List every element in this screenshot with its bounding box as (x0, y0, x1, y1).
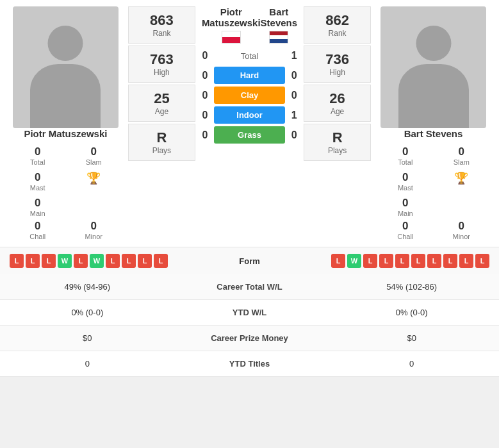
left-minor-label: Minor (65, 233, 121, 240)
right-main-stats: 0 Total 0 Slam 0 Mast 🏆 0 Main (374, 143, 493, 220)
hard-left-score: 0 (199, 70, 211, 81)
left-age-value: 25 (154, 90, 169, 107)
form-badge: L (459, 254, 473, 268)
right-mast-label: Mast (398, 184, 413, 192)
left-player-name: Piotr Matuszewski (24, 128, 107, 139)
clay-right-score: 0 (288, 90, 300, 101)
stats-right-value: 0% (0-0) (324, 300, 499, 326)
right-total-value: 0 (402, 145, 408, 158)
left-flag-container (202, 31, 261, 46)
clay-left-score: 0 (199, 90, 211, 101)
right-rank-label: Rank (329, 29, 347, 38)
right-player-name: Bart Stevens (404, 128, 463, 139)
right-trophy-cell: 🏆 (434, 169, 489, 194)
player-names-row: Piotr Matuszewski Bart Stevens (199, 6, 300, 46)
left-high-box: 763 High (128, 46, 195, 83)
grass-left-score: 0 (199, 129, 211, 141)
right-form-badges: LWLLLLLLLL (282, 254, 490, 268)
right-minor-value: 0 (434, 220, 489, 233)
right-age-value: 26 (329, 90, 345, 107)
stats-center-label: YTD Titles (175, 351, 325, 377)
left-rank-value: 863 (150, 12, 174, 29)
left-high-label: High (154, 68, 170, 77)
form-badge: W (347, 254, 361, 268)
right-age-label: Age (331, 107, 344, 116)
left-player-stats-grid: 0 Total 0 Slam 0 Mast 🏆 0 Main (6, 143, 125, 220)
right-avatar-body (398, 64, 469, 128)
form-badge: L (42, 254, 56, 268)
center-section: Piotr Matuszewski Bart Stevens 0 Total 1 (199, 6, 300, 240)
left-mast-spacer (10, 201, 65, 220)
right-total-label: Total (398, 158, 413, 166)
hard-badge: Hard (214, 67, 285, 84)
total-center-label: Total (214, 51, 285, 61)
right-rank-box: 862 Rank (304, 6, 371, 44)
right-main-stat: 0 Main (377, 194, 433, 220)
stats-row: 0% (0-0) YTD W/L 0% (0-0) (0, 300, 499, 326)
left-total-value: 0 (35, 145, 40, 158)
right-rank-value: 862 (325, 12, 349, 29)
left-name-heading: Piotr Matuszewski (202, 6, 261, 46)
right-plays-label: Plays (328, 146, 347, 155)
form-badge: W (58, 254, 72, 268)
left-chall-stat: 0 Chall (10, 220, 65, 240)
indoor-left-score: 0 (199, 110, 211, 121)
left-flag (222, 31, 241, 44)
right-heading-name: Bart Stevens (261, 6, 298, 28)
right-avatar-head (416, 26, 451, 61)
top-section: Piotr Matuszewski 0 Total 0 Slam 0 Mast … (0, 0, 499, 247)
stats-left-value: 0 (0, 351, 175, 377)
stats-left-value: $0 (0, 326, 175, 351)
left-high-value: 763 (150, 51, 174, 68)
form-badge: L (363, 254, 377, 268)
left-total-label: Total (30, 158, 45, 166)
right-plays-box: R Plays (304, 124, 371, 161)
left-trophy-icon: 🏆 (86, 171, 101, 185)
left-slam-label: Slam (86, 158, 102, 166)
left-bottom-stats: 0 Chall 0 Minor (6, 220, 125, 240)
stats-row: 49% (94-96) Career Total W/L 54% (102-86… (0, 274, 499, 300)
indoor-right-score: 1 (288, 110, 300, 121)
form-badge: L (331, 254, 345, 268)
form-badge: W (90, 254, 104, 268)
hard-row: 0 Hard 0 (199, 67, 300, 84)
right-plays-value: R (332, 129, 343, 146)
form-badge: L (395, 254, 409, 268)
stats-row: 0 YTD Titles 0 (0, 351, 499, 377)
form-badge: L (475, 254, 489, 268)
form-label: Form (218, 256, 282, 266)
right-trophy-icon: 🏆 (454, 171, 468, 185)
right-flag-container (261, 31, 298, 46)
form-badge: L (122, 254, 136, 268)
right-minor-stat: 0 Minor (434, 220, 489, 240)
stats-center-label: YTD W/L (175, 300, 325, 326)
left-rank-box: 863 Rank (128, 6, 195, 44)
right-total-stat: 0 Total (377, 143, 433, 169)
right-name-heading: Bart Stevens (261, 6, 298, 46)
form-badge: L (74, 254, 88, 268)
left-mast-value: 0 (35, 171, 40, 184)
form-badge: L (427, 254, 441, 268)
indoor-row: 0 Indoor 1 (199, 106, 300, 124)
left-rank-stats: 863 Rank 763 High 25 Age R Plays (128, 6, 195, 240)
left-plays-label: Plays (152, 146, 171, 155)
stats-center-label: Career Total W/L (175, 274, 325, 300)
form-badge: L (26, 254, 40, 268)
left-player-avatar (13, 6, 119, 128)
stats-center-label: Career Prize Money (175, 326, 325, 351)
stats-row: $0 Career Prize Money $0 (0, 326, 499, 351)
right-age-box: 26 Age (304, 85, 371, 122)
form-badge: L (106, 254, 120, 268)
stats-table: 49% (94-96) Career Total W/L 54% (102-86… (0, 274, 499, 377)
stats-right-value: $0 (324, 326, 499, 351)
right-chall-value: 0 (377, 220, 433, 233)
left-slam-value: 0 (90, 145, 96, 158)
right-chall-label: Chall (377, 233, 433, 240)
indoor-badge: Indoor (214, 106, 285, 124)
left-plays-value: R (156, 129, 167, 146)
grass-right-score: 0 (288, 129, 300, 141)
right-mast-value: 0 (402, 171, 408, 184)
left-player-section: Piotr Matuszewski 0 Total 0 Slam 0 Mast … (6, 6, 125, 240)
form-badge: L (379, 254, 393, 268)
right-rank-stats: 862 Rank 736 High 26 Age R Plays (304, 6, 371, 240)
